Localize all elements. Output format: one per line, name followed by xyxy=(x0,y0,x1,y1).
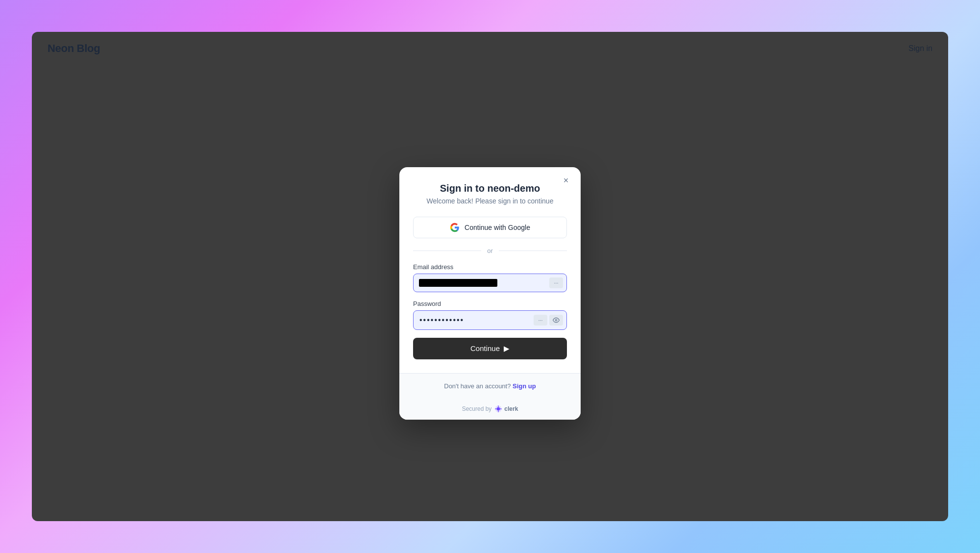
sign-in-modal: × Sign in to neon-demo Welcome back! Ple… xyxy=(399,167,581,420)
modal-overlay: × Sign in to neon-demo Welcome back! Ple… xyxy=(32,65,948,521)
google-icon xyxy=(450,223,460,232)
modal-close-button[interactable]: × xyxy=(559,174,573,188)
clerk-footer: Secured by clerk xyxy=(399,398,581,420)
email-form-group: Email address ··· xyxy=(413,263,567,292)
modal-footer: Don't have an account? Sign up xyxy=(399,373,581,398)
email-action-btn[interactable]: ··· xyxy=(549,277,563,288)
secured-by-text: Secured by xyxy=(462,405,492,412)
nav-logo: Neon Blog xyxy=(48,42,100,55)
email-input-actions: ··· xyxy=(549,277,563,288)
divider: or xyxy=(413,247,567,254)
no-account-text: Don't have an account? Sign up xyxy=(444,382,536,390)
email-label: Email address xyxy=(413,263,567,271)
email-input[interactable] xyxy=(413,274,567,292)
modal-body: Continue with Google or Email address ··… xyxy=(399,217,581,373)
password-form-group: Password ··· xyxy=(413,300,567,330)
google-btn-label: Continue with Google xyxy=(465,224,530,231)
continue-button[interactable]: Continue ▶ xyxy=(413,338,567,359)
clerk-brand-name: clerk xyxy=(504,405,518,412)
page-content: × Sign in to neon-demo Welcome back! Ple… xyxy=(32,65,948,521)
password-input-actions: ··· xyxy=(534,315,563,326)
eye-icon xyxy=(553,317,560,324)
email-input-wrapper: ··· xyxy=(413,274,567,292)
svg-point-0 xyxy=(555,319,557,321)
nav-signin-link[interactable]: Sign in xyxy=(908,44,932,53)
modal-subtitle: Welcome back! Please sign in to continue xyxy=(415,197,565,205)
divider-line-right xyxy=(499,251,567,251)
clerk-icon xyxy=(494,405,502,413)
password-label: Password xyxy=(413,300,567,307)
divider-line-left xyxy=(413,251,481,251)
modal-header: × Sign in to neon-demo Welcome back! Ple… xyxy=(399,167,581,205)
nav-bar: Neon Blog Sign in xyxy=(32,32,948,65)
signup-link[interactable]: Sign up xyxy=(513,382,536,390)
svg-point-2 xyxy=(497,407,500,410)
continue-arrow: ▶ xyxy=(504,344,510,353)
password-input-wrapper: ··· xyxy=(413,310,567,330)
clerk-logo: clerk xyxy=(494,405,518,413)
app-window: Neon Blog Sign in × Sign in to neon-demo… xyxy=(32,32,948,521)
modal-title: Sign in to neon-demo xyxy=(415,183,565,194)
google-signin-button[interactable]: Continue with Google xyxy=(413,217,567,238)
password-visibility-toggle[interactable] xyxy=(549,315,563,326)
continue-label: Continue xyxy=(470,344,500,352)
divider-text: or xyxy=(487,247,493,254)
password-action-btn[interactable]: ··· xyxy=(534,315,547,326)
